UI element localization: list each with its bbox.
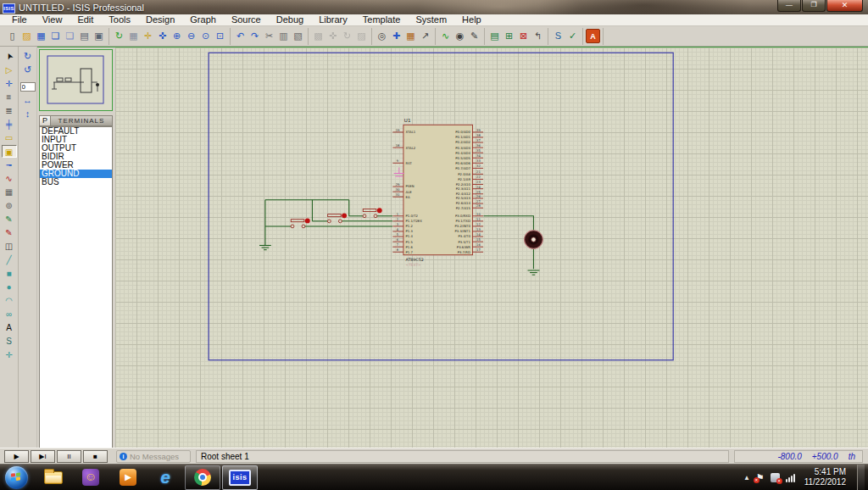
new-design-icon[interactable]: ▯ <box>5 29 19 43</box>
zoom-in-icon[interactable]: ⊕ <box>170 29 184 43</box>
taskbar-clock[interactable]: 5:41 PM 11/22/2012 <box>804 467 846 488</box>
wire-autorouter-icon[interactable]: ∿ <box>438 29 453 43</box>
paste-icon[interactable]: ▧ <box>291 29 305 43</box>
2d-circle-mode-icon[interactable]: ● <box>2 281 17 293</box>
menu-source[interactable]: Source <box>224 14 269 25</box>
make-device-icon[interactable]: ✚ <box>389 29 403 43</box>
taskbar-item-explorer[interactable] <box>36 465 71 490</box>
2d-symbol-mode-icon[interactable]: S <box>2 335 17 348</box>
tape-recorder-mode-icon[interactable]: ▦ <box>2 186 17 198</box>
redo-icon[interactable]: ↷ <box>248 29 262 43</box>
2d-line-mode-icon[interactable]: ╱ <box>2 253 17 266</box>
maximize-button[interactable]: ❐ <box>802 0 826 12</box>
tray-expand-icon[interactable]: ▲ <box>743 474 750 482</box>
pan-icon[interactable]: ✜ <box>155 29 170 43</box>
graph-mode-icon[interactable]: ∿ <box>2 172 17 185</box>
zoom-out-icon[interactable]: ⊖ <box>184 29 198 43</box>
taskbar-item-internet-explorer[interactable]: e <box>147 465 183 490</box>
menu-graph[interactable]: Graph <box>182 14 224 25</box>
play-button[interactable]: ▶ <box>4 450 29 463</box>
mirror-vertical-icon[interactable]: ↕ <box>20 108 36 120</box>
junction-dot-mode-icon[interactable]: ✛ <box>2 77 17 90</box>
generator-mode-icon[interactable]: ⊚ <box>2 199 17 212</box>
export-section-icon[interactable]: ❏ <box>63 29 77 43</box>
pause-button[interactable]: II <box>57 450 81 463</box>
electrical-check-icon[interactable]: ✓ <box>565 29 580 43</box>
taskbar-item-media-player[interactable]: ▶ <box>110 465 146 490</box>
exit-to-parent-icon[interactable]: ↰ <box>531 29 545 43</box>
netlist-to-ares-icon[interactable]: A <box>586 29 600 43</box>
virtual-instruments-mode-icon[interactable]: ◫ <box>2 240 17 253</box>
current-probe-mode-icon[interactable]: ✎ <box>2 226 17 239</box>
mark-output-area-icon[interactable]: ▣ <box>92 29 106 43</box>
zoom-all-icon[interactable]: ⊙ <box>198 29 213 43</box>
mirror-horizontal-icon[interactable]: ↔ <box>20 94 36 107</box>
cut-icon[interactable]: ✂ <box>262 29 276 43</box>
wire-label-mode-icon[interactable]: ≡ <box>2 91 17 103</box>
menu-template[interactable]: Template <box>355 14 409 25</box>
menu-design[interactable]: Design <box>138 14 182 25</box>
toggle-origin-icon[interactable]: ✛ <box>141 29 155 43</box>
schematic-canvas[interactable]: U1AT89C52<TEXT>19XTAL118XTAL29RST29PSEN3… <box>115 47 868 448</box>
motor-component[interactable] <box>525 231 543 249</box>
terminal-item-bus[interactable]: BUS <box>40 178 112 187</box>
zoom-area-icon[interactable]: ⊡ <box>213 29 227 43</box>
menu-file[interactable]: File <box>4 14 35 25</box>
undo-icon[interactable]: ↶ <box>233 29 248 43</box>
rotate-clockwise-icon[interactable]: ↻ <box>20 50 36 63</box>
component-mode-icon[interactable]: ▷ <box>2 64 17 76</box>
toggle-grid-icon[interactable]: ▦ <box>126 29 141 43</box>
mcu-chip[interactable]: U1AT89C52<TEXT>19XTAL118XTAL29RST29PSEN3… <box>392 118 483 267</box>
menu-help[interactable]: Help <box>454 14 489 25</box>
menu-debug[interactable]: Debug <box>269 14 311 25</box>
taskbar-item-chrome[interactable] <box>185 465 220 490</box>
pick-parts-icon[interactable]: ◎ <box>375 29 389 43</box>
menu-library[interactable]: Library <box>311 14 355 25</box>
2d-path-mode-icon[interactable]: ∞ <box>2 308 17 320</box>
menu-tools[interactable]: Tools <box>101 14 138 25</box>
2d-arc-mode-icon[interactable]: ◠ <box>2 294 17 307</box>
ground-terminal[interactable] <box>259 245 271 249</box>
menu-system[interactable]: System <box>408 14 454 25</box>
print-design-icon[interactable]: ▤ <box>77 29 92 43</box>
buses-mode-icon[interactable]: ╪ <box>2 118 17 131</box>
menu-view[interactable]: View <box>35 14 70 25</box>
show-desktop-button[interactable] <box>857 465 865 490</box>
property-assignment-icon[interactable]: ✎ <box>467 29 481 43</box>
stop-button[interactable]: ■ <box>83 450 108 463</box>
close-button[interactable]: ✕ <box>826 0 863 12</box>
text-script-mode-icon[interactable]: ≣ <box>2 104 17 117</box>
tray-alert-icon[interactable]: ✕ <box>771 473 780 482</box>
refresh-display-icon[interactable]: ↻ <box>112 29 126 43</box>
remove-sheet-icon[interactable]: ⊠ <box>516 29 531 43</box>
save-design-icon[interactable]: ▦ <box>34 29 48 43</box>
wire[interactable] <box>483 216 533 230</box>
design-explorer-icon[interactable]: ▤ <box>487 29 502 43</box>
2d-box-mode-icon[interactable]: ■ <box>2 267 17 280</box>
network-signal-icon[interactable] <box>786 473 795 482</box>
taskbar-item-isis[interactable]: isis <box>222 465 258 490</box>
bill-of-materials-icon[interactable]: S <box>551 29 565 43</box>
decompose-icon[interactable]: ↗ <box>418 29 432 43</box>
minimize-button[interactable]: — <box>777 0 801 12</box>
2d-marker-mode-icon[interactable]: ✛ <box>2 348 17 361</box>
rotation-angle-input[interactable] <box>20 82 36 92</box>
ground-terminal[interactable] <box>527 270 539 275</box>
voltage-probe-mode-icon[interactable]: ✎ <box>2 213 17 226</box>
terminals-mode-icon[interactable]: ▣ <box>2 145 17 158</box>
copy-icon[interactable]: ▥ <box>276 29 291 43</box>
rotate-anticlockwise-icon[interactable]: ↺ <box>20 64 36 76</box>
overview-thumbnail[interactable] <box>39 49 113 111</box>
search-tag-icon[interactable]: ◉ <box>453 29 467 43</box>
open-design-icon[interactable]: ▨ <box>19 29 34 43</box>
2d-text-mode-icon[interactable]: A <box>2 321 17 334</box>
device-pins-mode-icon[interactable]: ╼ <box>2 159 17 171</box>
pick-devices-button[interactable]: P <box>39 115 51 126</box>
new-sheet-icon[interactable]: ⊞ <box>502 29 516 43</box>
import-section-icon[interactable]: ❏ <box>48 29 63 43</box>
menu-edit[interactable]: Edit <box>70 14 101 25</box>
subcircuit-mode-icon[interactable]: ▭ <box>2 131 17 144</box>
step-button[interactable]: ▶I <box>31 450 55 463</box>
action-center-icon[interactable]: ⚑✕ <box>756 472 765 483</box>
packaging-tool-icon[interactable]: ▦ <box>403 29 418 43</box>
